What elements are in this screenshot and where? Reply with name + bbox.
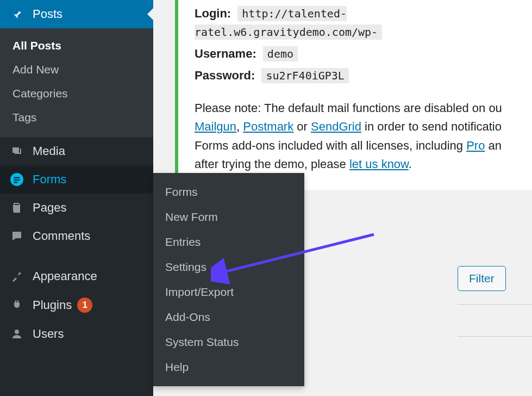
username-label: Username: (195, 47, 256, 60)
notice-text: . (409, 157, 412, 171)
media-icon (9, 145, 25, 158)
sidebar-label: Pages (33, 201, 66, 215)
forms-icon (9, 172, 25, 187)
flyout-addons[interactable]: Add-Ons (153, 305, 304, 330)
pages-icon (9, 201, 25, 214)
sidebar-item-plugins[interactable]: Plugins 1 (0, 290, 153, 320)
submenu-categories[interactable]: Categories (0, 82, 153, 106)
pin-icon (9, 8, 25, 21)
sidebar-item-forms[interactable]: Forms (0, 165, 153, 194)
notice-text: Forms add-ons included with all licenses… (195, 139, 466, 152)
password-value: su2rF40iGP3L (261, 68, 349, 83)
col-author[interactable]: Author (458, 313, 532, 328)
table-footer-row: Author Categorie (458, 370, 532, 385)
admin-sidebar: Posts All Posts Add New Categories Tags … (0, 0, 153, 396)
submenu-all-posts[interactable]: All Posts (0, 34, 153, 58)
sidebar-item-comments[interactable]: Comments (0, 222, 153, 250)
sidebar-item-pages[interactable]: Pages (0, 194, 153, 222)
flyout-entries[interactable]: Entries (153, 230, 304, 255)
flyout-help[interactable]: Help (153, 355, 304, 380)
table-header-row: Author Categorie (458, 304, 532, 337)
plugins-update-badge: 1 (77, 298, 92, 313)
sidebar-item-posts[interactable]: Posts (0, 0, 153, 28)
sep: or (293, 120, 311, 133)
username-value: demo (263, 46, 298, 61)
comments-icon (9, 230, 25, 243)
flyout-system-status[interactable]: System Status (153, 330, 304, 355)
link-let-us-know[interactable]: let us know (349, 157, 409, 171)
flyout-new-form[interactable]: New Form (153, 205, 304, 230)
submenu-tags[interactable]: Tags (0, 106, 153, 129)
users-icon (9, 327, 25, 341)
link-pro[interactable]: Pro (466, 139, 485, 152)
posts-submenu: All Posts Add New Categories Tags (0, 28, 153, 137)
svg-rect-2 (14, 180, 20, 181)
link-postmark[interactable]: Postmark (243, 120, 293, 133)
flyout-import-export[interactable]: Import/Export (153, 280, 304, 305)
notice-text: an (485, 139, 502, 152)
sidebar-label: Users (33, 327, 64, 341)
sidebar-label: Appearance (33, 269, 97, 283)
col-author: Author (458, 370, 532, 385)
flyout-settings[interactable]: Settings (153, 255, 304, 280)
notice-text: after trying the demo, please (195, 157, 349, 171)
link-sendgrid[interactable]: SendGrid (311, 120, 361, 133)
svg-rect-3 (14, 182, 17, 183)
svg-rect-1 (14, 177, 20, 178)
demo-notice: Login: http://talented-ratel.w6.gravityd… (175, 0, 532, 190)
sidebar-label: Plugins (33, 298, 72, 312)
sidebar-item-appearance[interactable]: Appearance (0, 262, 153, 290)
sidebar-label: Comments (33, 229, 90, 243)
password-label: Password: (195, 69, 255, 82)
sidebar-item-media[interactable]: Media (0, 137, 153, 165)
sidebar-label: Media (33, 144, 65, 158)
sidebar-label: Posts (33, 7, 62, 21)
submenu-add-new[interactable]: Add New (0, 58, 153, 82)
sidebar-item-users[interactable]: Users (0, 320, 153, 348)
notice-text: in order to send notificatio (361, 120, 502, 133)
link-mailgun[interactable]: Mailgun (195, 120, 236, 133)
flyout-forms[interactable]: Forms (153, 180, 304, 205)
filter-button[interactable]: Filter (458, 266, 506, 291)
appearance-icon (9, 270, 25, 283)
notice-text-1: Please note: The default mail functions … (195, 99, 532, 117)
sep: , (236, 120, 243, 133)
sidebar-label: Forms (33, 172, 66, 187)
forms-flyout: Forms New Form Entries Settings Import/E… (153, 173, 304, 386)
plugins-icon (9, 299, 25, 312)
login-label: Login: (195, 7, 231, 20)
